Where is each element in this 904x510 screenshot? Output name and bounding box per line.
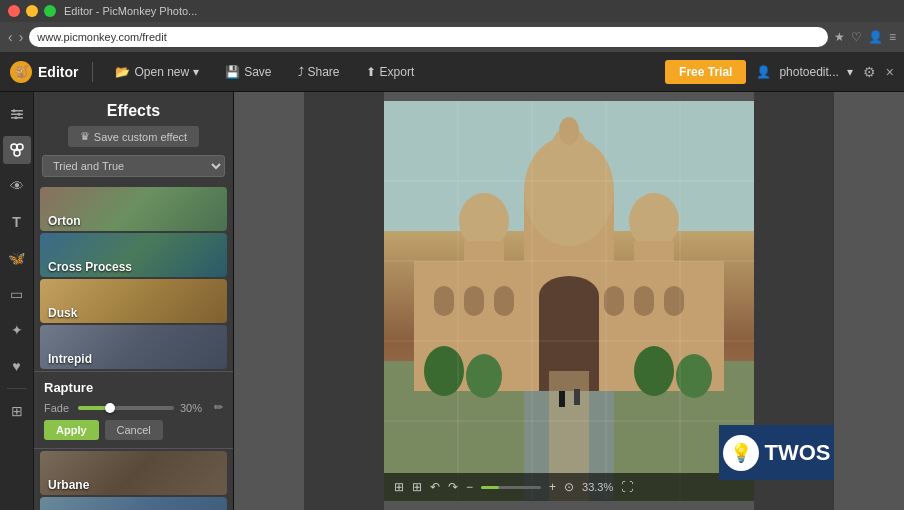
fade-label: Fade xyxy=(44,402,72,414)
zoom-in-icon[interactable]: + xyxy=(549,480,556,494)
minimize-window-btn[interactable] xyxy=(26,5,38,17)
svg-point-6 xyxy=(11,144,17,150)
save-icon: 💾 xyxy=(225,65,240,79)
open-new-btn[interactable]: 📂 Open new ▾ xyxy=(107,61,207,83)
layers-btn[interactable]: ⊞ xyxy=(3,397,31,425)
adjust-tool-btn[interactable] xyxy=(3,100,31,128)
user-area: 👤 photoedit... ▾ xyxy=(756,65,852,79)
save-btn[interactable]: 💾 Save xyxy=(217,61,279,83)
right-padding: 💡 TWOS xyxy=(754,92,834,510)
effects-title: Effects xyxy=(34,92,233,126)
effects-list: Orton Cross Process Dusk Intrepid Raptur… xyxy=(34,185,233,510)
main-content: 👁 T 🦋 ▭ ✦ ♥ ⊞ Effects ♛ Save custom effe… xyxy=(0,92,904,510)
window-title: Editor - PicMonkey Photo... xyxy=(56,5,896,17)
effect-label-crossprocess: Cross Process xyxy=(40,257,140,277)
brand-label: Editor xyxy=(38,64,78,80)
svg-point-32 xyxy=(634,346,674,396)
svg-rect-22 xyxy=(634,241,674,271)
svg-point-31 xyxy=(466,354,502,398)
user-chevron-icon[interactable]: ▾ xyxy=(847,65,853,79)
svg-point-7 xyxy=(17,144,23,150)
text-tool-btn[interactable]: T xyxy=(3,208,31,236)
building-svg xyxy=(384,101,754,501)
settings-icon[interactable]: ⚙ xyxy=(863,64,876,80)
svg-rect-20 xyxy=(464,241,504,271)
textures-btn[interactable]: ✦ xyxy=(3,316,31,344)
effect-item-orton[interactable]: Orton xyxy=(40,187,227,231)
address-bar[interactable]: www.picmonkey.com/fredit xyxy=(29,27,828,47)
butterfly-btn[interactable]: 🦋 xyxy=(3,244,31,272)
save-custom-effect-btn[interactable]: ♛ Save custom effect xyxy=(68,126,199,147)
cancel-btn[interactable]: Cancel xyxy=(105,420,163,440)
svg-point-4 xyxy=(17,113,20,116)
browserbar: ‹ › www.picmonkey.com/fredit ★ ♡ 👤 ≡ xyxy=(0,22,904,52)
appbar: 🐒 Editor 📂 Open new ▾ 💾 Save ⤴ Share ⬆ E… xyxy=(0,52,904,92)
frames-btn[interactable]: ▭ xyxy=(3,280,31,308)
window-controls[interactable] xyxy=(8,5,56,17)
heart-icon[interactable]: ♡ xyxy=(851,30,862,44)
fade-slider-track xyxy=(78,406,107,410)
apply-btn[interactable]: Apply xyxy=(44,420,99,440)
touch-up-btn[interactable]: 👁 xyxy=(3,172,31,200)
share-btn[interactable]: ⤴ Share xyxy=(290,61,348,83)
star-icon[interactable]: ★ xyxy=(834,30,845,44)
fade-row: Fade 30% ✏ xyxy=(44,401,223,414)
svg-point-19 xyxy=(459,193,509,249)
svg-point-3 xyxy=(12,109,15,112)
effects-tool-btn[interactable] xyxy=(3,136,31,164)
effect-label-intrepid: Intrepid xyxy=(40,349,100,369)
person-icon[interactable]: 👤 xyxy=(868,30,883,44)
svg-rect-23 xyxy=(434,286,454,316)
grid-icon[interactable]: ⊞ xyxy=(412,480,422,494)
edit-icon[interactable]: ✏ xyxy=(214,401,223,414)
user-avatar: 👤 xyxy=(756,65,771,79)
maximize-window-btn[interactable] xyxy=(44,5,56,17)
free-trial-btn[interactable]: Free Trial xyxy=(665,60,746,84)
close-app-icon[interactable]: × xyxy=(886,64,894,80)
rapture-title: Rapture xyxy=(44,380,223,395)
fade-percentage: 30% xyxy=(180,402,208,414)
stickers-btn[interactable]: ♥ xyxy=(3,352,31,380)
undo-icon[interactable]: ↶ xyxy=(430,480,440,494)
export-icon: ⬆ xyxy=(366,65,376,79)
twos-text: TWOS xyxy=(765,440,831,466)
effect-item-urbane[interactable]: Urbane xyxy=(40,451,227,495)
close-window-btn[interactable] xyxy=(8,5,20,17)
effect-item-crossprocess[interactable]: Cross Process xyxy=(40,233,227,277)
effect-label-orton: Orton xyxy=(40,211,89,231)
fade-slider-thumb[interactable] xyxy=(105,403,115,413)
export-btn[interactable]: ⬆ Export xyxy=(358,61,423,83)
effect-item-intrepid[interactable]: Intrepid xyxy=(40,325,227,369)
separator xyxy=(92,62,93,82)
rapture-section: Rapture Fade 30% ✏ Apply Cancel xyxy=(34,371,233,449)
crown-icon: ♛ xyxy=(80,130,90,143)
effect-item-tranquil[interactable]: Tranquil xyxy=(40,497,227,510)
redo-icon[interactable]: ↷ xyxy=(448,480,458,494)
svg-point-21 xyxy=(629,193,679,249)
svg-point-18 xyxy=(559,117,579,145)
layers-icon[interactable]: ⊞ xyxy=(394,480,404,494)
titlebar: Editor - PicMonkey Photo... xyxy=(0,0,904,22)
category-select[interactable]: Tried and True xyxy=(42,155,225,177)
svg-rect-35 xyxy=(574,389,580,405)
canvas-area[interactable]: ⊞ ⊞ ↶ ↷ − + ⊙ 33.3% ⛶ 💡 TWOS xyxy=(234,92,904,510)
effect-item-dusk[interactable]: Dusk xyxy=(40,279,227,323)
brand-icon: 🐒 xyxy=(10,61,32,83)
zoom-icon: ⊙ xyxy=(564,480,574,494)
fade-slider[interactable] xyxy=(78,406,174,410)
canvas-image: ⊞ ⊞ ↶ ↷ − + ⊙ 33.3% ⛶ xyxy=(384,101,754,501)
url-text: www.picmonkey.com/fredit xyxy=(37,31,166,43)
effect-label-dusk: Dusk xyxy=(40,303,85,323)
fullscreen-icon[interactable]: ⛶ xyxy=(621,480,633,494)
nav-forward-btn[interactable]: › xyxy=(19,29,24,45)
zoom-level: 33.3% xyxy=(582,481,613,493)
username[interactable]: photoedit... xyxy=(779,65,838,79)
rapture-buttons: Apply Cancel xyxy=(44,420,223,440)
zoom-slider[interactable] xyxy=(481,486,541,489)
zoom-out-icon[interactable]: − xyxy=(466,480,473,494)
twos-badge: 💡 TWOS xyxy=(719,425,834,480)
effects-panel: Effects ♛ Save custom effect Tried and T… xyxy=(34,92,234,510)
menu-icon[interactable]: ≡ xyxy=(889,30,896,44)
nav-back-btn[interactable]: ‹ xyxy=(8,29,13,45)
effect-label-urbane: Urbane xyxy=(40,475,97,495)
